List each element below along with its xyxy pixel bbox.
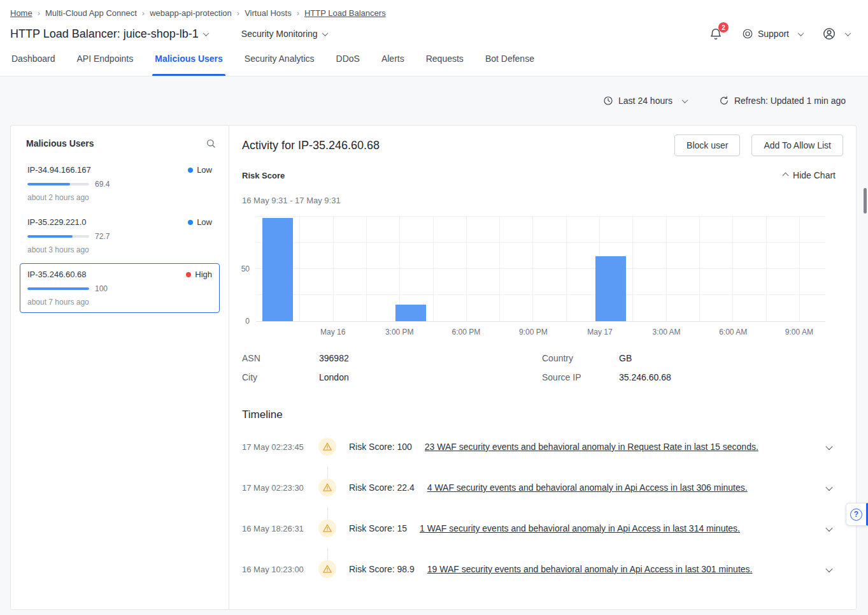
risk-score-value: 69.4: [95, 180, 110, 189]
risk-score-value: 72.7: [95, 232, 110, 241]
breadcrumb-virtual-hosts[interactable]: Virtual Hosts: [245, 8, 291, 18]
breadcrumb-separator: ›: [297, 8, 299, 18]
chevron-down-icon: [825, 525, 832, 532]
chevron-down-icon: [825, 565, 832, 572]
chart-gridline-v: [799, 217, 800, 321]
refresh-label: Refresh: Updated 1 min ago: [734, 96, 846, 106]
chart-gridline-v: [766, 217, 767, 321]
top-header: Home › Multi-Cloud App Connect › webapp-…: [0, 0, 868, 76]
time-range-selector[interactable]: Last 24 hours: [603, 96, 687, 106]
chart-gridline-v: [666, 217, 667, 321]
tab-alerts[interactable]: Alerts: [381, 54, 404, 76]
event-detail-link[interactable]: 23 WAF security events and behavioral an…: [425, 442, 758, 452]
activity-title: Activity for IP-35.246.60.68: [242, 139, 380, 152]
chart-gridline-v: [632, 217, 633, 321]
malicious-user-item[interactable]: IP-35.246.60.68 High 100 about 7 hours a…: [20, 263, 220, 313]
toolbar: Last 24 hours Refresh: Updated 1 min ago: [0, 88, 868, 113]
malicious-users-panel: Malicious Users IP-34.94.166.167 Low: [11, 126, 229, 609]
malicious-user-item[interactable]: IP-34.94.166.167 Low 69.4 about 2 hours …: [20, 159, 220, 208]
search-icon[interactable]: [206, 138, 216, 148]
breadcrumb-separator: ›: [142, 8, 145, 18]
source-ip-label: Source IP: [542, 372, 619, 382]
tab-api-endpoints[interactable]: API Endpoints: [77, 54, 134, 76]
breadcrumb-multi-cloud-app-connect[interactable]: Multi-Cloud App Connect: [45, 8, 137, 18]
chart-x-tick-label: May 17: [587, 328, 612, 336]
tab-malicious-users[interactable]: Malicious Users: [155, 54, 223, 76]
hide-chart-label: Hide Chart: [793, 170, 836, 180]
add-to-allow-list-button[interactable]: Add To Allow List: [751, 134, 843, 156]
scrollbar-thumb[interactable]: [864, 188, 867, 213]
event-time: 17 May 02:23:30: [242, 483, 311, 493]
tab-ddos[interactable]: DDoS: [336, 54, 360, 76]
event-detail-link[interactable]: 19 WAF security events and behavioral an…: [427, 564, 753, 574]
chart-x-tick-label: 9:00 AM: [785, 328, 813, 336]
severity-dot-icon: [188, 168, 193, 173]
tab-security-analytics[interactable]: Security Analytics: [245, 54, 315, 76]
severity-label: High: [195, 270, 212, 279]
title-chevron-down-icon[interactable]: [203, 30, 209, 36]
tab-bot-defense[interactable]: Bot Defense: [485, 54, 534, 76]
event-time: 16 May 10:23:00: [242, 565, 311, 574]
risk-score-chart: 050 May 163:00 PM6:00 PM9:00 PMMay 173:0…: [256, 217, 825, 338]
page-title: HTTP Load Balancer: juice-shop-lb-1: [10, 27, 199, 41]
hide-chart-toggle[interactable]: Hide Chart: [783, 170, 843, 180]
event-time: 17 May 02:23:45: [242, 442, 311, 452]
breadcrumb-webapp-api-protection[interactable]: webapp-api-protection: [150, 8, 232, 18]
chart-x-tick-label: May 16: [320, 328, 345, 336]
risk-score-row: Risk Score Hide Chart: [242, 170, 843, 180]
severity-label: Low: [197, 217, 212, 227]
help-button[interactable]: ?: [846, 503, 868, 526]
breadcrumb: Home › Multi-Cloud App Connect › webapp-…: [0, 6, 868, 19]
block-user-button[interactable]: Block user: [674, 134, 740, 156]
event-expand-button[interactable]: [822, 482, 832, 493]
question-mark-icon: ?: [850, 509, 862, 521]
timeline-event: 16 May 10:23:00 Risk Score: 98.9 19 WAF …: [242, 549, 843, 590]
warning-icon: [318, 519, 336, 537]
chart-bar: [262, 218, 293, 321]
event-risk-score: Risk Score: 98.9: [349, 564, 415, 574]
severity-dot-icon: [188, 220, 193, 225]
chart-gridline-v: [433, 217, 434, 321]
warning-icon: [318, 479, 336, 496]
chart-gridline-h: [256, 294, 825, 295]
event-detail-link[interactable]: 1 WAF security events and behavioral ano…: [420, 523, 740, 533]
event-detail-link[interactable]: 4 WAF security events and behavioral ano…: [427, 482, 748, 493]
support-icon: [742, 28, 753, 40]
timeline-event: 17 May 02:23:30 Risk Score: 22.4 4 WAF s…: [242, 467, 843, 508]
security-monitoring-dropdown[interactable]: Security Monitoring: [241, 29, 327, 39]
chart-gridline-v: [299, 217, 300, 321]
chart-bar: [395, 305, 426, 321]
severity-badge: High: [186, 270, 212, 279]
risk-score-bar: [27, 287, 89, 290]
chart-gridline-v: [333, 217, 334, 321]
breadcrumb-http-load-balancers[interactable]: HTTP Load Balancers: [304, 8, 386, 18]
support-menu[interactable]: Support: [742, 28, 803, 40]
breadcrumb-separator: ›: [38, 8, 40, 18]
account-menu[interactable]: [822, 27, 850, 41]
chart-gridline-v: [532, 217, 533, 321]
chevron-down-icon: [825, 484, 832, 491]
city-value: London: [319, 372, 349, 382]
chart-y-tick-label: 50: [241, 264, 250, 273]
event-expand-button[interactable]: [822, 564, 832, 574]
country-value: GB: [619, 353, 632, 363]
severity-badge: Low: [188, 165, 212, 175]
last-seen-time: about 2 hours ago: [27, 193, 212, 202]
chart-bar: [595, 256, 626, 321]
title-row: HTTP Load Balancer: juice-shop-lb-1 Secu…: [0, 23, 868, 45]
chart-date-range: 16 May 9:31 - 17 May 9:31: [242, 196, 843, 205]
breadcrumb-home[interactable]: Home: [10, 8, 32, 18]
notifications-button[interactable]: 2: [709, 27, 723, 41]
chart-gridline-v: [499, 217, 500, 321]
event-expand-button[interactable]: [822, 523, 832, 533]
asn-label: ASN: [242, 353, 319, 363]
malicious-user-item[interactable]: IP-35.229.221.0 Low 72.7 about 3 hours a…: [20, 211, 220, 261]
user-ip: IP-35.246.60.68: [27, 270, 87, 279]
tab-requests[interactable]: Requests: [426, 54, 464, 76]
account-icon: [822, 27, 836, 41]
tab-dashboard[interactable]: Dashboard: [11, 54, 55, 76]
refresh-button[interactable]: Refresh: Updated 1 min ago: [719, 96, 846, 106]
event-expand-button[interactable]: [822, 442, 832, 452]
chart-x-axis: May 163:00 PM6:00 PM9:00 PMMay 173:00 AM…: [256, 322, 825, 338]
risk-score-label: Risk Score: [242, 171, 285, 180]
